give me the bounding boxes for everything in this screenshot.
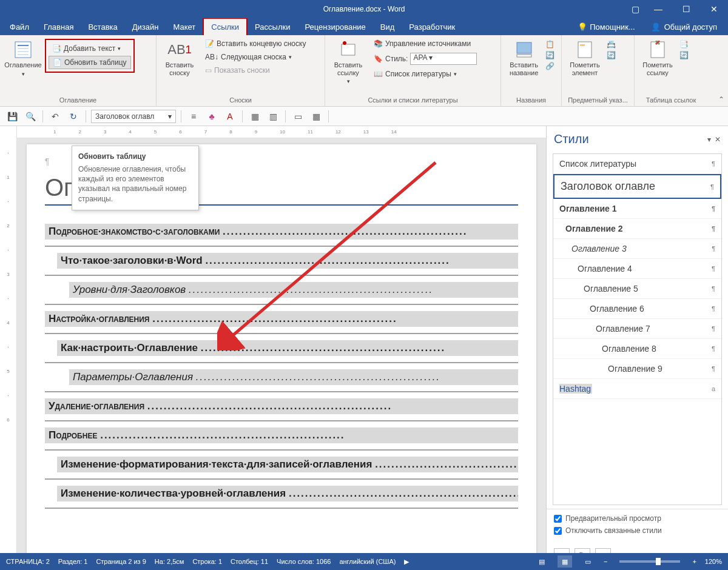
view-print-icon[interactable]: ▦ (558, 555, 572, 568)
citation-style-row: 🔖 Стиль: APA ▾ (370, 51, 480, 67)
share-button[interactable]: 👤 Общий доступ (642, 19, 726, 35)
ql-btn-2[interactable]: ♣ (204, 109, 219, 124)
style-row[interactable]: Оглавление 9¶ (553, 359, 721, 379)
mark-citation-button[interactable]: Пометить ссылку (638, 38, 677, 95)
insert-footnote-button[interactable]: AB1 Вставить сноску (160, 38, 199, 95)
style-row[interactable]: Оглавление 1¶ (553, 199, 721, 219)
collapse-ribbon-icon[interactable]: ⌃ (718, 95, 724, 104)
toc-entry[interactable]: Изменение·количества·уровней·оглавления … (57, 486, 518, 501)
caption-icon (514, 40, 534, 59)
update-table-button[interactable]: 📄 Обновить таблицу (49, 56, 131, 69)
ql-btn-7[interactable]: ▦ (309, 109, 323, 124)
style-row[interactable]: Заголовок оглавле¶ (553, 174, 721, 199)
maximize-button[interactable]: ☐ (672, 0, 700, 18)
status-lang[interactable]: английский (США) (339, 558, 396, 565)
style-row[interactable]: Оглавление 5¶ (553, 279, 721, 299)
undo-button[interactable]: ↶ (48, 109, 62, 124)
share-icon: 👤 (651, 22, 661, 32)
status-words[interactable]: Число слов: 1066 (277, 558, 331, 565)
ql-btn-4[interactable]: ▦ (248, 109, 262, 124)
status-at[interactable]: На: 2,5см (155, 558, 184, 565)
tab-layout[interactable]: Макет (166, 19, 203, 35)
mark-entry-button[interactable]: Пометить элемент (565, 38, 604, 95)
status-page-of[interactable]: Страница 2 из 9 (96, 558, 146, 565)
minimize-button[interactable]: — (644, 0, 672, 18)
insert-caption-button[interactable]: Вставить название (505, 38, 543, 95)
tab-review[interactable]: Рецензирование (297, 19, 372, 35)
status-line[interactable]: Строка: 1 (192, 558, 222, 565)
style-row[interactable]: Hashtaga (553, 379, 721, 399)
update-index-icon[interactable]: 🔄 (607, 51, 619, 59)
update-table-figures-icon[interactable]: 🔄 (545, 51, 558, 59)
ribbon-options-icon[interactable]: ▢ (632, 4, 639, 14)
style-row[interactable]: Оглавление 7¶ (553, 319, 721, 339)
style-row[interactable]: Оглавление 3¶ (553, 239, 721, 259)
citation-style-select[interactable]: APA ▾ (410, 53, 477, 65)
status-bar: СТРАНИЦА: 2 Раздел: 1 Страница 2 из 9 На… (0, 553, 728, 570)
insert-endnote-button[interactable]: 📝Вставить концевую сноску (201, 38, 309, 50)
view-web-icon[interactable]: ▭ (581, 555, 595, 568)
view-read-icon[interactable]: ▤ (534, 555, 549, 568)
style-row[interactable]: Оглавление 8¶ (553, 339, 721, 359)
ql-btn-5[interactable]: ▥ (266, 109, 280, 124)
toc-button[interactable]: Оглавление ▾ (4, 38, 42, 95)
svg-rect-5 (342, 44, 355, 55)
ql-btn-1[interactable]: ≡ (186, 109, 201, 124)
tab-insert[interactable]: Вставка (81, 19, 124, 35)
toc-entry[interactable]: Подробнее ..............................… (45, 428, 518, 443)
toc-entry[interactable]: Параметры·Оглавления ...................… (69, 369, 518, 385)
toc-small-buttons: 📑 Добавить текст ▾ 📄 Обновить таблицу (45, 39, 135, 73)
status-page[interactable]: СТРАНИЦА: 2 (6, 558, 50, 565)
insert-index-icon[interactable]: 📇 (607, 40, 619, 49)
bibliography-button[interactable]: 📖Список литературы▾ (370, 68, 480, 80)
next-footnote-button[interactable]: AB↓Следующая сноска▾ (201, 51, 309, 63)
toc-entry[interactable]: Удаление·оглавления ....................… (45, 398, 518, 414)
zoom-in-button[interactable]: + (692, 558, 696, 565)
print-preview-button[interactable]: 🔍 (23, 109, 38, 124)
ql-btn-6[interactable]: ▭ (291, 109, 305, 124)
close-button[interactable]: ✕ (700, 0, 728, 18)
preview-checkbox[interactable]: Предварительный просмотр (554, 514, 721, 523)
document-area[interactable]: 1234567891011121314 Обновить таблицу Обн… (17, 126, 546, 569)
style-picker[interactable]: Заголовок оглавл▾ (91, 110, 176, 123)
insert-toa-icon[interactable]: 📑 (679, 40, 692, 49)
status-col[interactable]: Столбец: 11 (231, 558, 268, 565)
group-citations: Вставить ссылку ▾ 📚Управление источникам… (325, 35, 501, 106)
svg-rect-0 (15, 42, 31, 58)
tab-file[interactable]: Файл (2, 19, 36, 35)
styles-list[interactable]: Список литературы¶Заголовок оглавле¶Огла… (553, 153, 722, 505)
ql-btn-3[interactable]: A (223, 109, 237, 124)
insert-citation-button[interactable]: Вставить ссылку ▾ (329, 38, 368, 95)
tab-view[interactable]: Вид (373, 19, 402, 35)
svg-rect-9 (578, 42, 592, 58)
status-macro-icon[interactable]: ▶ (404, 558, 409, 566)
status-section[interactable]: Раздел: 1 (58, 558, 88, 565)
pane-menu-icon[interactable]: ▾ (707, 135, 711, 144)
zoom-out-button[interactable]: − (604, 558, 607, 565)
toc-entry[interactable]: Изменение·форматирования·текста·для·запи… (57, 457, 518, 472)
disable-linked-checkbox[interactable]: Отключить связанные стили (554, 526, 721, 535)
add-text-button[interactable]: 📑 Добавить текст ▾ (49, 42, 131, 55)
style-row[interactable]: Оглавление 6¶ (553, 299, 721, 319)
pane-close-icon[interactable]: ✕ (715, 135, 721, 144)
show-footnotes-button[interactable]: ▭Показать сноски (201, 64, 309, 76)
insert-table-figures-icon[interactable]: 📋 (545, 40, 558, 49)
cross-ference-icon[interactable]: 🔗 (545, 62, 558, 70)
tell-me[interactable]: 💡 Помощник... (570, 19, 642, 35)
update-toa-icon[interactable]: 🔄 (679, 51, 692, 59)
vertical-ruler: ·1·2·3·4·5·6 (0, 126, 17, 569)
tab-references[interactable]: Ссылки (203, 18, 248, 35)
zoom-value[interactable]: 120% (705, 558, 722, 565)
save-button[interactable]: 💾 (5, 109, 19, 124)
group-toa: Пометить ссылку 📑 🔄 Таблица ссылок (635, 35, 707, 106)
tab-home[interactable]: Главная (36, 19, 81, 35)
style-row[interactable]: Оглавление 4¶ (553, 259, 721, 279)
tab-mailings[interactable]: Рассылки (248, 19, 297, 35)
manage-sources-button[interactable]: 📚Управление источниками (370, 38, 480, 50)
redo-button[interactable]: ↻ (66, 109, 81, 124)
style-row[interactable]: Список литературы¶ (553, 154, 721, 174)
tab-developer[interactable]: Разработчик (402, 19, 462, 35)
style-row[interactable]: Оглавление 2¶ (553, 219, 721, 239)
tab-design[interactable]: Дизайн (125, 19, 166, 35)
zoom-slider[interactable] (619, 560, 680, 563)
